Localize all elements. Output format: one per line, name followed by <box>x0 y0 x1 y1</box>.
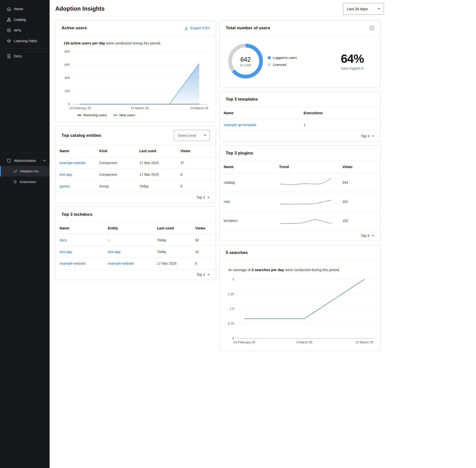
searches-card: 5 searches An average of 2 searches per … <box>220 245 381 351</box>
cell-views: 9 <box>176 169 216 180</box>
kind-filter-placeholder: Select kind <box>178 133 196 138</box>
column-header-last-used: Last used <box>135 145 176 157</box>
download-icon <box>184 26 188 30</box>
cell-views: 181 <box>338 192 380 211</box>
entity-link[interactable]: guests <box>60 184 70 188</box>
sidebar-item-docs[interactable]: Docs <box>0 51 50 61</box>
cell-entity: -- <box>104 234 153 246</box>
total-users-donut-chart: 642of 1,000 <box>227 42 264 80</box>
entity-link[interactable]: example-website <box>108 261 134 265</box>
table-header-row: Name Executions <box>220 107 380 119</box>
svg-text:10 March 25: 10 March 25 <box>131 106 149 110</box>
techdoc-link[interactable]: test-app <box>60 250 72 254</box>
sidebar-divider <box>0 153 50 153</box>
cell-plugin-name: catalog <box>220 173 275 192</box>
export-csv-button[interactable]: Export CSV <box>184 26 210 30</box>
sidebar-item-label: Adoption Ins... <box>20 169 41 173</box>
active-users-card: Active users Export CSV 130 active users… <box>55 20 216 122</box>
template-link[interactable]: example-go-template <box>224 123 256 127</box>
top-templates-header: Top 3 templates <box>220 92 380 107</box>
entity-link[interactable]: test-app <box>108 250 121 254</box>
plugin-trend-sparkline <box>279 216 334 226</box>
top3-selector[interactable]: Top 3 <box>361 134 374 138</box>
techdoc-link[interactable]: docs <box>60 238 67 242</box>
table-row: example-website example-website 17 Mar 2… <box>56 258 216 269</box>
column-header-last-used: Last used <box>153 222 191 234</box>
svg-text:24 March 25: 24 March 25 <box>190 106 208 110</box>
entity-link[interactable]: example-website <box>60 161 86 165</box>
entity-link[interactable]: test-app <box>60 173 72 177</box>
total-users-card: Total number of users 642of 1,000 Logged… <box>220 20 381 88</box>
sidebar-item-apis[interactable]: APIs <box>0 25 50 36</box>
page-header: Adoption Insights Last 28 days <box>55 3 384 15</box>
percent-block: 64% have logged in <box>341 52 364 70</box>
sidebar-item-label: Docs <box>14 54 22 58</box>
cell-views: 102 <box>338 211 380 230</box>
cell-plugin-name: root <box>220 192 275 211</box>
sidebar-item-label: Catalog <box>14 18 26 22</box>
cell-views: 344 <box>338 173 380 192</box>
top-techdocs-header: Top 3 techdocs <box>56 207 216 222</box>
plugin-trend-sparkline <box>279 196 334 207</box>
date-range-select[interactable]: Last 28 days <box>343 3 384 15</box>
table-header-row: Name Trend Views <box>220 161 380 173</box>
sidebar-item-label: Administration <box>14 159 36 163</box>
active-users-legend: Returning users New users <box>77 113 210 117</box>
column-header-name: Name <box>56 145 95 157</box>
top-catalog-entities-card: Top catalog entities Select kind Name Ki… <box>55 126 216 203</box>
sidebar-item-learning-paths[interactable]: Learning Paths <box>0 36 50 46</box>
cell-views: 31 <box>191 246 216 258</box>
legend-label: Licensed <box>273 63 286 67</box>
active-users-card-header: Active users Export CSV <box>56 20 216 36</box>
techdoc-link[interactable]: example-website <box>60 261 86 265</box>
sidebar-spacer <box>0 61 50 151</box>
cell-last-used: 17 Mar 2025 <box>135 157 176 169</box>
top3-selector[interactable]: Top 3 <box>361 234 374 238</box>
svg-text:600: 600 <box>64 63 70 67</box>
catalog-entities-table: Name Kind Last used Views example-websit… <box>56 145 216 192</box>
column-header-name: Name <box>56 222 104 234</box>
cell-last-used: 17 Mar 2025 <box>135 169 176 180</box>
sidebar-item-catalog[interactable]: Catalog <box>0 14 50 25</box>
active-users-body: 130 active users per day were conducted … <box>56 36 216 122</box>
svg-text:800: 800 <box>64 50 70 53</box>
svg-text:3: 3 <box>232 277 234 281</box>
column-header-name: Name <box>220 161 275 173</box>
sidebar-divider <box>0 48 50 49</box>
percent-caption: have logged in <box>341 66 364 70</box>
table-header-row: Name Entity Last used Views <box>56 222 216 234</box>
card-title: Top 3 plugins <box>226 151 253 156</box>
column-header-views: Views <box>191 222 216 234</box>
chevron-down-icon <box>204 135 207 136</box>
column-header-kind: Kind <box>95 145 135 157</box>
export-csv-label: Export CSV <box>190 26 210 30</box>
info-icon[interactable] <box>369 26 374 31</box>
top3-selector[interactable]: Top 3 <box>196 195 210 199</box>
sidebar-item-extensions[interactable]: Extensions <box>0 177 50 187</box>
sidebar-item-adoption-insights[interactable]: Adoption Ins... <box>0 166 50 177</box>
sidebar-item-home[interactable]: Home <box>0 3 50 14</box>
kind-filter-select[interactable]: Select kind <box>174 130 210 141</box>
svg-text:3 March 25: 3 March 25 <box>296 340 312 344</box>
svg-text:0: 0 <box>232 336 234 340</box>
table-row: test-app Component 17 Mar 2025 9 <box>56 169 216 180</box>
cell-plugin-name: techdocs <box>220 211 275 230</box>
top3-selector[interactable]: Top 3 <box>196 273 210 277</box>
sidebar-item-administration[interactable]: Administration <box>0 155 50 166</box>
card-title: Top 3 templates <box>226 97 258 102</box>
insights-chart-icon <box>13 169 17 174</box>
chevron-down-icon <box>378 8 381 10</box>
plug-icon <box>13 180 17 184</box>
sidebar: Home Catalog APIs Learning Paths D <box>0 0 50 468</box>
cell-last-used: Today <box>153 234 191 246</box>
legend-item-logged-in: Logged-in users <box>268 56 297 60</box>
top3-label: Top 3 <box>361 234 369 238</box>
cell-kind: Group <box>95 180 135 192</box>
chevron-down-icon <box>43 159 46 162</box>
catalog-entities-footer: Top 3 <box>56 192 216 203</box>
searches-summary: An average of 2 searches per day were co… <box>228 268 374 272</box>
new-users-swatch <box>113 115 117 116</box>
chevron-down-icon <box>207 274 210 276</box>
table-row: root 181 <box>220 192 380 211</box>
active-users-chart: 020040060080024 February 2510 March 2524… <box>62 49 210 111</box>
